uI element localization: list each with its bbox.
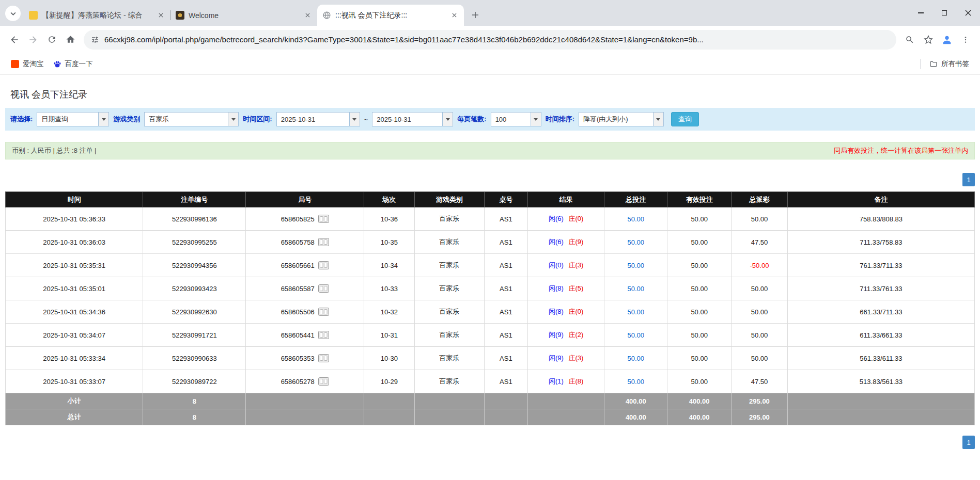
- time-sort-select[interactable]: 降幂(由大到小): [579, 112, 664, 126]
- time-cell: 2025-10-31 05:36:03: [6, 231, 143, 254]
- time-sort-label: 时间排序:: [546, 115, 574, 124]
- round-detail-icon[interactable]: [318, 308, 329, 316]
- table-body: 2025-10-31 05:36:33 522930996136 6586058…: [6, 207, 975, 393]
- forward-button[interactable]: [24, 30, 42, 49]
- game-type-select[interactable]: 百家乐: [144, 112, 239, 126]
- total-bet-link[interactable]: 50.00: [628, 215, 645, 223]
- round-detail-icon[interactable]: [318, 284, 329, 293]
- round-number: 658605441: [281, 331, 315, 339]
- game-type-cell: 百家乐: [414, 370, 484, 393]
- time-from-select[interactable]: 2025-10-31: [276, 112, 360, 126]
- total-bet-link[interactable]: 50.00: [628, 308, 645, 316]
- round-detail-icon[interactable]: [318, 354, 329, 362]
- dropdown-arrow-icon[interactable]: [442, 113, 453, 126]
- subtotal-valid-bet: 400.00: [667, 393, 732, 409]
- banker-result: 庄(8): [569, 377, 584, 385]
- back-button[interactable]: [5, 30, 24, 49]
- round-detail-icon[interactable]: [318, 261, 329, 269]
- dropdown-arrow-icon[interactable]: [653, 113, 663, 126]
- empty-cell: [528, 393, 604, 409]
- query-type-select[interactable]: 日期查询: [37, 112, 109, 126]
- column-header: 总派彩: [732, 192, 788, 207]
- page-button[interactable]: 1: [962, 436, 975, 449]
- reload-icon: [47, 35, 57, 44]
- bookmark-star-button[interactable]: [919, 30, 938, 49]
- search-button[interactable]: 查询: [671, 112, 699, 126]
- dropdown-arrow-icon[interactable]: [349, 113, 360, 126]
- browser-tab[interactable]: :::视讯 会员下注纪录:::: [317, 5, 464, 26]
- result-cell: 闲(8) 庄(0): [528, 300, 604, 324]
- forward-icon: [28, 35, 38, 45]
- empty-cell: [484, 393, 527, 409]
- close-window-button[interactable]: [956, 0, 980, 26]
- back-icon: [9, 35, 20, 45]
- minimize-icon: [918, 12, 924, 13]
- close-icon: [452, 13, 457, 18]
- home-button[interactable]: [61, 30, 80, 49]
- empty-cell: [787, 393, 974, 409]
- round-detail-icon[interactable]: [318, 215, 329, 223]
- game-type-cell: 百家乐: [414, 347, 484, 370]
- player-result: 闲(1): [549, 377, 564, 385]
- time-cell: 2025-10-31 05:36:33: [6, 207, 143, 231]
- round-detail-icon[interactable]: [318, 377, 329, 386]
- round-detail-icon[interactable]: [318, 331, 329, 339]
- player-result: 闲(6): [549, 238, 564, 246]
- round-cell: 658605278: [246, 370, 364, 393]
- site-info-icon[interactable]: [91, 36, 99, 44]
- bet-id-cell: 522930990633: [143, 347, 246, 370]
- total-bet-link[interactable]: 50.00: [628, 355, 645, 362]
- time-sort-value: 降幂(由大到小): [579, 113, 653, 126]
- profile-button[interactable]: [938, 30, 956, 49]
- maximize-button[interactable]: [932, 0, 956, 26]
- table-no-cell: AS1: [484, 207, 527, 231]
- browser-tab[interactable]: 【新提醒】海燕策略论坛 - 综合: [24, 5, 170, 26]
- address-bar[interactable]: 66cxkj98.com/ipl/portal.php/game/betreco…: [84, 30, 896, 50]
- round-cell: 658605825: [246, 207, 364, 231]
- pagination-top: 1: [5, 173, 975, 186]
- tab-close-button[interactable]: [156, 11, 165, 20]
- dropdown-arrow-icon[interactable]: [228, 113, 238, 126]
- summary-note: 同局有效投注，统一计算在该局第一张注单内: [834, 146, 968, 155]
- dropdown-arrow-icon[interactable]: [531, 113, 541, 126]
- tab-close-button[interactable]: [449, 11, 459, 20]
- time-range-label: 时间区间:: [243, 115, 272, 124]
- browser-tab[interactable]: Welcome: [170, 5, 317, 26]
- time-to-select[interactable]: 2025-10-31: [372, 112, 453, 126]
- note-cell: 661.33/711.33: [787, 300, 974, 324]
- page-size-select[interactable]: 100: [491, 112, 541, 126]
- tab-title: 【新提醒】海燕策略论坛 - 综合: [42, 11, 153, 20]
- reload-button[interactable]: [42, 30, 61, 49]
- total-bet-link[interactable]: 50.00: [628, 378, 645, 386]
- bookmark-item-baidu[interactable]: 百度一下: [49, 57, 98, 71]
- empty-cell: [246, 409, 364, 425]
- valid-bet-cell: 50.00: [667, 231, 732, 254]
- tab-search-button[interactable]: [5, 6, 21, 21]
- total-bet-link[interactable]: 50.00: [628, 285, 645, 293]
- subtotal-row: 小计 8 400.00 400.00 295.00: [6, 393, 975, 409]
- new-tab-button[interactable]: [468, 8, 483, 22]
- round-detail-icon[interactable]: [318, 238, 329, 246]
- result-cell: 闲(8) 庄(5): [528, 277, 604, 300]
- chevron-down-icon: [10, 11, 16, 17]
- dropdown-arrow-icon[interactable]: [98, 113, 108, 126]
- result-cell: 闲(6) 庄(0): [528, 207, 604, 231]
- menu-button[interactable]: [956, 30, 975, 49]
- all-bookmarks-button[interactable]: 所有书签: [925, 57, 974, 71]
- payout-cell: 50.00: [732, 300, 788, 324]
- page-button[interactable]: 1: [962, 173, 975, 186]
- total-bet-cell: 50.00: [604, 277, 667, 300]
- zoom-button[interactable]: [900, 30, 919, 49]
- bookmark-item-taobao[interactable]: 爱淘宝: [6, 57, 49, 71]
- player-result: 闲(0): [549, 261, 564, 269]
- payout-cell: -50.00: [732, 254, 788, 277]
- tab-close-button[interactable]: [303, 11, 312, 20]
- table-no-cell: AS1: [484, 231, 527, 254]
- minimize-button[interactable]: [909, 0, 932, 26]
- total-bet-link[interactable]: 50.00: [628, 238, 645, 246]
- total-bet-link[interactable]: 50.00: [628, 262, 645, 269]
- table-row: 2025-10-31 05:33:34 522930990633 6586053…: [6, 347, 975, 370]
- total-bet-link[interactable]: 50.00: [628, 331, 645, 339]
- session-cell: 10-34: [364, 254, 415, 277]
- page-title: 视讯 会员下注纪录: [10, 88, 975, 101]
